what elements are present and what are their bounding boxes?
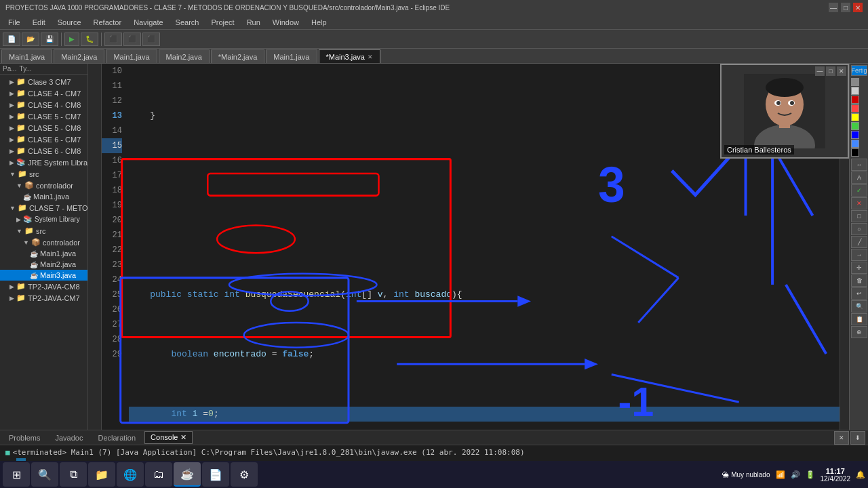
line-tool[interactable]: ╱	[851, 236, 867, 248]
x-tool[interactable]: ✕	[851, 197, 867, 209]
sidebar-item-controlador[interactable]: ▼ 📦 controlador	[0, 180, 87, 191]
open-button[interactable]: 📂	[22, 33, 39, 46]
toolbar-extra2[interactable]: ⬛	[123, 33, 141, 46]
chrome-button[interactable]: 🌐	[117, 462, 144, 487]
toolbar-extra3[interactable]: ⬛	[142, 33, 160, 46]
tab-console[interactable]: Console ✕	[144, 431, 192, 444]
tab-main2java-modified[interactable]: *Main2.java	[211, 49, 264, 63]
menu-navigate[interactable]: Navigate	[128, 17, 168, 28]
arrow2-tool[interactable]: →	[851, 249, 867, 261]
maximize-button[interactable]: □	[841, 3, 850, 12]
copy-tool[interactable]: 📋	[851, 313, 867, 325]
folder-button[interactable]: 🗂	[145, 462, 172, 487]
webcam-expand[interactable]: □	[826, 66, 835, 76]
scroll-end-btn[interactable]: ⬇	[850, 431, 865, 445]
tab-problems[interactable]: Problems	[3, 432, 46, 444]
color-blue2[interactable]	[851, 140, 859, 148]
sidebar-item-clase7[interactable]: ▼ 📁 CLASE 7 - METODOS	[0, 202, 87, 214]
webcam-controls[interactable]: — □ ✕	[815, 66, 846, 76]
menu-search[interactable]: Search	[170, 17, 205, 28]
tab-close-icon[interactable]: ✕	[368, 54, 373, 60]
menu-window[interactable]: Window	[267, 17, 304, 28]
sidebar-item-clase6-cm8[interactable]: ▶ 📁 CLASE 6 - CM8	[0, 145, 87, 157]
sidebar-item-main3[interactable]: ☕ Main3.java	[0, 270, 87, 281]
sidebar-item-main1[interactable]: ☕ Main1.java	[0, 191, 87, 202]
color-red2[interactable]	[851, 104, 859, 113]
delete-tool[interactable]: 🗑	[851, 274, 867, 287]
oval-tool[interactable]: ○	[851, 223, 867, 235]
debug-button[interactable]: 🐛	[81, 33, 98, 46]
notifications-icon[interactable]: 🔔	[856, 470, 865, 479]
text-tool[interactable]: A	[851, 171, 867, 184]
clear-console-btn[interactable]: ✕	[834, 431, 849, 445]
color-black[interactable]	[851, 148, 859, 157]
undo-tool[interactable]: ↩	[851, 287, 867, 300]
color-blue1[interactable]	[851, 131, 859, 139]
color-red1[interactable]	[851, 96, 859, 104]
settings-button[interactable]: ⚙	[231, 462, 258, 487]
sidebar-item-src[interactable]: ▼ 📁 src	[0, 168, 87, 180]
move-tool[interactable]: ✛	[851, 262, 867, 274]
color-yellow[interactable]	[851, 113, 859, 121]
extra-tool[interactable]: ⊕	[851, 326, 867, 338]
window-controls[interactable]: — □ ✕	[829, 3, 863, 12]
search-button[interactable]: 🔍	[31, 462, 58, 487]
bottom-toolbar-icons[interactable]: ✕ ⬇	[834, 431, 865, 445]
color-green[interactable]	[851, 122, 859, 130]
tab-main3java-active[interactable]: *Main3.java ✕	[319, 49, 380, 63]
menu-run[interactable]: Run	[241, 17, 266, 28]
webcam-overlay: — □ ✕ Cristian Ballesteros	[720, 64, 849, 159]
sidebar-item-system-library[interactable]: ▶ 📚 System Library	[0, 214, 87, 225]
sidebar-item-tp2-cm8[interactable]: ▶ 📁 TP2-JAVA-CM8	[0, 281, 87, 292]
menu-help[interactable]: Help	[306, 17, 332, 28]
sidebar-item-tp2-cm7[interactable]: ▶ 📁 TP2-JAVA-CM7	[0, 292, 87, 304]
color-grey2[interactable]	[851, 87, 859, 95]
tab-main2java-1[interactable]: Main2.java	[54, 49, 104, 63]
menu-source[interactable]: Source	[52, 17, 87, 28]
explorer-button[interactable]: 📁	[88, 462, 115, 487]
zoom-tool[interactable]: 🔍	[851, 300, 867, 312]
webcam-close[interactable]: ✕	[837, 66, 846, 76]
fertig-button[interactable]: Fertig	[851, 65, 867, 76]
sidebar-item-clase3[interactable]: ▶ 📁 Clase 3 CM7	[0, 76, 87, 87]
tab-declaration[interactable]: Declaration	[92, 432, 142, 444]
sidebar-item-clase4-cm8[interactable]: ▶ 📁 CLASE 4 - CM8	[0, 99, 87, 110]
sidebar-item-clase4-cm7[interactable]: ▶ 📁 CLASE 4 - CM7	[0, 87, 87, 99]
webcam-minimize[interactable]: —	[815, 66, 825, 76]
run-button[interactable]: ▶	[64, 33, 79, 46]
sidebar-item-jre[interactable]: ▶ 📚 JRE System Library	[0, 157, 87, 168]
close-button[interactable]: ✕	[853, 3, 863, 12]
tab-main2java-2[interactable]: Main2.java	[159, 49, 210, 63]
sidebar-item-controlador2[interactable]: ▼ 📦 controlador	[0, 237, 87, 248]
menu-refactor[interactable]: Refactor	[88, 17, 127, 28]
check-tool[interactable]: ✓	[851, 184, 867, 197]
sidebar-item-main1-2[interactable]: ☕ Main1.java	[0, 248, 87, 259]
tab-javadoc[interactable]: Javadoc	[49, 432, 89, 444]
new-button[interactable]: 📄	[3, 33, 20, 46]
sidebar-tab-types[interactable]: Ty...	[20, 65, 32, 73]
sidebar-item-label: controlador	[43, 239, 80, 247]
color-grey1[interactable]	[851, 78, 859, 86]
menu-project[interactable]: Project	[205, 17, 239, 28]
toolbar-extra1[interactable]: ⬛	[104, 33, 122, 46]
tab-main1java-3[interactable]: Main1.java	[266, 49, 317, 63]
sidebar-item-clase6-cm7[interactable]: ▶ 📁 CLASE 6 - CM7	[0, 134, 87, 145]
menu-edit[interactable]: Edit	[27, 17, 51, 28]
eclipse-button[interactable]: ☕	[174, 462, 201, 487]
arrow-tool[interactable]: ↔	[851, 159, 867, 171]
save-button[interactable]: 💾	[41, 33, 58, 46]
tab-main1java-2[interactable]: Main1.java	[106, 49, 157, 63]
start-button[interactable]: ⊞	[3, 462, 30, 487]
tab-main1java-1[interactable]: Main1.java	[1, 49, 52, 63]
sidebar-item-main2-2[interactable]: ☕ Main2.java	[0, 259, 87, 270]
minimize-button[interactable]: —	[829, 3, 838, 12]
pdf-button[interactable]: 📄	[202, 462, 229, 487]
sidebar-item-clase5-cm7[interactable]: ▶ 📁 CLASE 5 - CM7	[0, 110, 87, 122]
sidebar-tab-packages[interactable]: Pa...	[3, 65, 17, 73]
sidebar-item-src2[interactable]: ▼ 📁 src	[0, 225, 87, 237]
sidebar-item-clase5-cm8[interactable]: ▶ 📁 CLASE 5 - CM8	[0, 122, 87, 134]
taskview-button[interactable]: ⧉	[60, 462, 87, 487]
rect-tool[interactable]: □	[851, 210, 867, 222]
code-line-15: int i =0;	[129, 407, 840, 422]
menu-file[interactable]: File	[3, 17, 26, 28]
